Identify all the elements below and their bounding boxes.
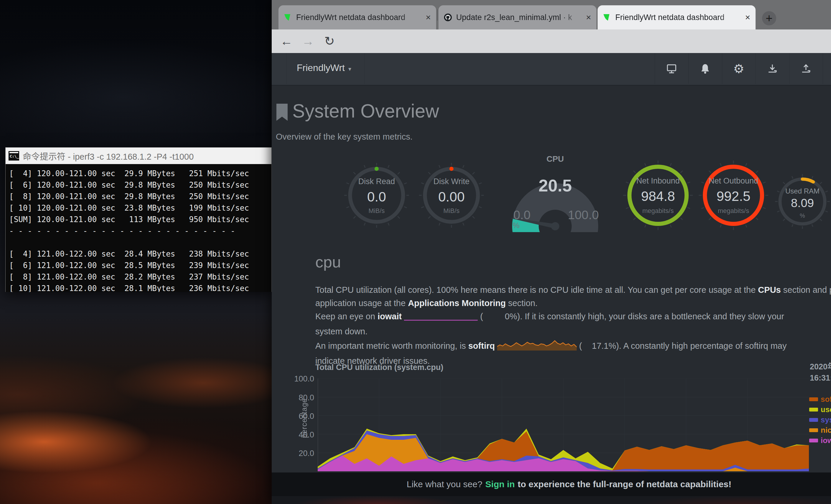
legend-label: nice xyxy=(821,426,831,435)
host-selector[interactable]: FriendlyWrt▾ xyxy=(297,62,351,73)
tab-strip: FriendlyWrt netdata dashboard × Update r… xyxy=(272,0,831,29)
terminal-window[interactable]: C:\_ 命令提示符 - iperf3 -c 192.168.1.2 -P4 -… xyxy=(5,147,272,292)
ytick-60: 60.0 xyxy=(284,412,314,421)
legend-swatch xyxy=(809,408,818,412)
terminal-output: - - - - - - - - - - - - - - - - - - - - … xyxy=(9,164,271,292)
gauge-value: 8.09 xyxy=(774,197,830,210)
bell-icon[interactable] xyxy=(698,63,713,75)
bookmark-icon xyxy=(277,104,288,123)
ytick-20: 20.0 xyxy=(284,449,314,458)
gauge-min: 0.0 xyxy=(513,208,531,222)
tab-close-icon[interactable]: × xyxy=(586,13,591,22)
netdata-navbar: FriendlyWrt▾ ⚙ xyxy=(272,53,831,86)
legend-label: iowait xyxy=(821,436,831,445)
gauge-label: Net Outbound xyxy=(698,176,769,185)
legend-swatch xyxy=(809,397,818,401)
chart-timestamp: 2020年3 16:31:2 xyxy=(810,361,831,384)
legend-item-user[interactable]: user xyxy=(809,405,831,415)
gauge-label: CPU xyxy=(511,154,599,164)
gauge-unit: MiB/s xyxy=(344,207,409,215)
gauge-label: Used RAM xyxy=(774,187,830,195)
disk-read-dot xyxy=(375,167,379,171)
gauge-label: Disk Read xyxy=(344,177,409,186)
ytick-100: 100.0 xyxy=(284,375,314,384)
tab-title: Update r2s_lean_minimal.yml · k xyxy=(456,13,583,22)
github-favicon-icon xyxy=(444,13,452,22)
terminal-title: 命令提示符 - iperf3 -c 192.168.1.2 -P4 -t1000 xyxy=(23,150,194,162)
gauge-unit: MiB/s xyxy=(419,207,484,215)
signin-link[interactable]: Sign in xyxy=(485,479,515,489)
legend-item-iowait[interactable]: iowait xyxy=(809,435,831,446)
legend-label: softirq xyxy=(821,395,831,404)
tab-title: FriendlyWrt netdata dashboard xyxy=(296,13,423,22)
terminal-titlebar[interactable]: C:\_ 命令提示符 - iperf3 -c 192.168.1.2 -P4 -… xyxy=(6,148,271,164)
page-title: System Overview xyxy=(292,100,439,122)
terminal-body: - - - - - - - - - - - - - - - - - - - - … xyxy=(6,164,271,292)
disk-read-gauge[interactable]: Disk Read 0.0 MiB/s xyxy=(344,163,409,228)
tab-close-icon[interactable]: × xyxy=(426,13,431,22)
gauge-unit: % xyxy=(774,212,830,219)
gauge-label: Disk Write xyxy=(419,177,484,186)
gauge-unit: % xyxy=(513,221,519,230)
host-name: FriendlyWrt xyxy=(297,62,345,73)
browser-toolbar: ← → ↻ 不安全 192.168.2.1:19999/#menu_system… xyxy=(272,29,831,53)
used-ram-gauge[interactable]: Used RAM 8.09 % xyxy=(774,174,830,230)
reload-icon[interactable]: ↻ xyxy=(321,35,338,48)
legend-item-nice[interactable]: nice xyxy=(809,425,831,435)
tab-1[interactable]: FriendlyWrt netdata dashboard × xyxy=(279,5,436,29)
net-inbound-gauge[interactable]: Net Inbound 984.8 megabits/s xyxy=(623,160,693,231)
gauge-value: 0.0 xyxy=(344,189,409,205)
gauge-max: 100.0 xyxy=(568,208,599,222)
signin-prefix: Like what you see? xyxy=(407,479,482,489)
gauge-value: 20.5 xyxy=(511,176,599,195)
gauge-unit: megabits/s xyxy=(623,207,693,215)
page-subtitle: Overview of the key system metrics. xyxy=(276,132,412,142)
softirq-sparkline xyxy=(497,338,577,354)
cpu-gauge[interactable]: CPU 20.5 0.0 100.0 % xyxy=(511,153,599,232)
gear-icon[interactable]: ⚙ xyxy=(732,63,746,75)
section-heading-cpu: cpu xyxy=(315,253,341,271)
gauge-label: Net Inbound xyxy=(623,176,693,185)
signin-bar: Like what you see? Sign in to experience… xyxy=(272,473,831,496)
disk-write-dot xyxy=(449,167,454,171)
desktop-wallpaper: C:\_ 命令提示符 - iperf3 -c 192.168.1.2 -P4 -… xyxy=(0,0,831,504)
browser-window: FriendlyWrt netdata dashboard × Update r… xyxy=(272,0,831,504)
cmd-icon: C:\_ xyxy=(8,151,19,160)
download-icon[interactable] xyxy=(765,63,780,75)
legend-swatch xyxy=(809,428,818,432)
legend-label: system xyxy=(821,415,831,424)
forward-icon[interactable]: → xyxy=(300,35,316,48)
gauge-value: 992.5 xyxy=(698,188,769,204)
monitor-icon[interactable] xyxy=(664,63,679,75)
cpu-utilization-chart[interactable] xyxy=(318,379,809,471)
netdata-favicon-icon xyxy=(284,13,292,22)
legend-swatch xyxy=(809,439,818,442)
tab-2[interactable]: Update r2s_lean_minimal.yml · k × xyxy=(438,5,596,29)
gauge-value: 0.00 xyxy=(419,189,484,205)
back-icon[interactable]: ← xyxy=(278,35,295,48)
ytick-40: 40.0 xyxy=(284,431,314,440)
gauge-unit: megabits/s xyxy=(698,207,769,215)
disk-write-gauge[interactable]: Disk Write 0.00 MiB/s xyxy=(419,163,484,228)
tab-divider xyxy=(437,9,438,21)
netdata-favicon-icon xyxy=(603,13,611,22)
gauge-value: 984.8 xyxy=(623,188,693,204)
legend-swatch xyxy=(809,418,818,422)
legend-item-system[interactable]: system xyxy=(809,415,831,425)
ytick-80: 80.0 xyxy=(284,393,314,403)
cpu-description: Total CPU utilization (all cores). 100% … xyxy=(315,284,831,367)
tab-3-active[interactable]: FriendlyWrt netdata dashboard × xyxy=(598,5,755,29)
y-axis-label: percentage xyxy=(300,398,309,438)
page-below-strip xyxy=(272,496,831,504)
legend-item-softirq[interactable]: softirq xyxy=(809,394,831,405)
new-tab-button[interactable]: + xyxy=(762,11,776,25)
iowait-sparkline xyxy=(404,312,478,325)
upload-icon[interactable] xyxy=(799,63,813,75)
net-outbound-gauge[interactable]: Net Outbound 992.5 megabits/s xyxy=(698,160,769,231)
legend-label: user xyxy=(821,405,831,414)
signin-suffix: to experience the full-range of netdata … xyxy=(518,479,732,489)
tab-close-icon[interactable]: × xyxy=(745,13,750,22)
chart-title: Total CPU utilization (system.cpu) xyxy=(315,363,443,372)
tab-title: FriendlyWrt netdata dashboard xyxy=(615,13,742,22)
chart-legend[interactable]: softirqusersystemniceiowait xyxy=(809,394,831,446)
